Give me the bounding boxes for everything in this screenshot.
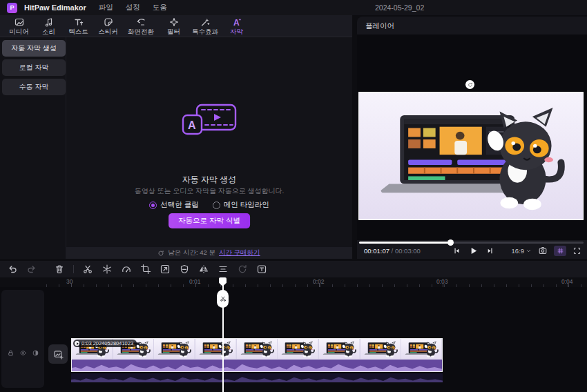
source-radio-group: 선택한 클립 메인 타임라인: [66, 200, 352, 210]
video-clip[interactable]: 0:03 20240528041023: [71, 338, 443, 372]
video-content: [359, 92, 583, 219]
menu-help[interactable]: 도움: [153, 3, 167, 12]
add-media-icon: [53, 349, 64, 360]
undo-button[interactable]: [7, 264, 18, 275]
timeline-ruler[interactable]: 30 0:01 0:02 0:03 0:04: [0, 277, 587, 287]
timeline-toolbar: [0, 261, 587, 277]
crop-button[interactable]: [140, 264, 151, 275]
aspect-ratio-select[interactable]: 16:9: [512, 247, 532, 255]
ribbon-tab-audio[interactable]: 소리: [34, 17, 64, 35]
text-frame-button[interactable]: [256, 264, 267, 275]
panel-description: 동영상 또는 오디오 자막을 자동으로 생성합니다.: [66, 186, 352, 196]
sidebar-item-manual-subtitle[interactable]: 수동 자막: [2, 79, 66, 95]
ribbon: 미디어 소리 텍스트 스티커 화면전환 필터 특수효과 자막: [0, 15, 352, 37]
current-time: 00:01:07: [364, 247, 389, 255]
delete-button[interactable]: [54, 264, 65, 275]
ribbon-tab-filter[interactable]: 필터: [159, 17, 189, 35]
panel-title: 자동 자막 생성: [66, 174, 352, 186]
lock-track-icon[interactable]: [7, 349, 15, 357]
scissors-icon: [220, 295, 227, 302]
media-icon: [14, 17, 25, 28]
next-frame-button[interactable]: [485, 246, 494, 255]
radio-dot-unselected: [213, 202, 220, 209]
effects-icon: [200, 17, 211, 28]
filter-icon: [169, 17, 180, 28]
transport-controls: [452, 246, 494, 256]
toolbar-divider: [73, 265, 74, 273]
fullscreen-button[interactable]: [572, 246, 581, 255]
ribbon-tab-subtitle[interactable]: 자막: [222, 17, 251, 35]
rotate-button[interactable]: [237, 264, 248, 275]
auto-identify-subtitle-button[interactable]: 자동으로 자막 식별: [169, 213, 250, 228]
scale-button[interactable]: [160, 264, 171, 275]
app-title: HitPaw Edimakor: [24, 3, 86, 12]
ribbon-tab-transition[interactable]: 화면전환: [123, 17, 159, 35]
split-at-playhead-button[interactable]: [217, 290, 229, 308]
remaining-time-text: 남은 시간: 42 분: [168, 248, 215, 257]
grid-icon: [557, 247, 564, 255]
freeze-frame-button[interactable]: [102, 264, 113, 275]
play-button[interactable]: [468, 246, 479, 256]
track-controls: [1, 349, 44, 357]
player-panel: 플레이어 00:01:07 / 00:03:00 16:9: [357, 17, 587, 259]
clip-audio-waveform: [72, 360, 442, 371]
remaining-time-bar: 남은 시간: 42 분 시간 구매하기: [66, 247, 352, 259]
rotate-handle-icon: [468, 82, 473, 88]
menubar: P HitPaw Edimakor 파일 설정 도움 2024-05-29_02: [0, 0, 587, 15]
auto-subtitle-panel: 자동 자막 생성 동영상 또는 오디오 자막을 자동으로 생성합니다. 선택한 …: [66, 37, 352, 247]
grid-toggle-button[interactable]: [554, 246, 566, 256]
ribbon-tab-effects[interactable]: 특수효과: [189, 17, 222, 35]
split-button[interactable]: [82, 264, 93, 275]
align-button[interactable]: [218, 264, 229, 275]
radio-selected-clip[interactable]: 선택한 클립: [149, 200, 198, 210]
ruler-label: 30: [66, 278, 73, 285]
buy-time-link[interactable]: 시간 구매하기: [219, 248, 260, 257]
player-controls: 00:01:07 / 00:03:00 16:9: [357, 242, 587, 259]
previous-frame-button[interactable]: [452, 246, 461, 255]
project-name: 2024-05-29_02: [375, 0, 424, 15]
sidebar-item-local-subtitle[interactable]: 로컬 자막: [2, 59, 66, 76]
clip-label: 0:03 20240528041023: [73, 340, 137, 347]
total-duration: 00:03:00: [395, 247, 421, 255]
ribbon-tab-media[interactable]: 미디어: [4, 17, 34, 35]
play-circle-icon: [75, 341, 79, 346]
speed-button[interactable]: [121, 264, 132, 275]
mirror-flip-button[interactable]: [198, 264, 209, 275]
detached-audio-waveform[interactable]: [71, 373, 443, 382]
chevron-down-icon: [526, 248, 532, 254]
radio-main-timeline[interactable]: 메인 타임라인: [213, 200, 269, 210]
track-header: [1, 290, 44, 388]
snapshot-button[interactable]: [538, 246, 548, 255]
ribbon-tab-sticker[interactable]: 스티커: [93, 17, 123, 35]
player-stage: [357, 35, 587, 240]
text-icon: [73, 17, 84, 28]
sidebar-item-auto-subtitle[interactable]: 자동 자막 생성: [2, 40, 66, 57]
timeline-body: 0:03 20240528041023: [0, 287, 587, 392]
transition-icon: [135, 17, 146, 28]
subtitle-icon: [231, 17, 242, 28]
refresh-icon[interactable]: [157, 250, 164, 257]
menu-file[interactable]: 파일: [99, 3, 113, 12]
sticker-icon: [103, 17, 114, 28]
app-logo-icon: P: [7, 3, 17, 13]
ribbon-tab-text[interactable]: 텍스트: [64, 17, 93, 35]
subtitle-film-icon: [182, 104, 237, 139]
rotate-handle[interactable]: [465, 80, 474, 89]
redo-button[interactable]: [26, 264, 37, 275]
audio-icon: [44, 17, 55, 28]
radio-dot-selected: [149, 202, 157, 209]
mask-button[interactable]: [179, 264, 190, 275]
player-title: 플레이어: [365, 21, 394, 31]
mute-track-icon[interactable]: [32, 349, 39, 357]
time-display: 00:01:07 / 00:03:00: [364, 247, 421, 255]
hide-track-icon[interactable]: [19, 349, 27, 357]
add-media-button[interactable]: [48, 344, 68, 364]
player-options: 16:9: [512, 246, 582, 256]
menu-settings[interactable]: 설정: [126, 3, 140, 12]
video-preview[interactable]: [358, 92, 584, 220]
